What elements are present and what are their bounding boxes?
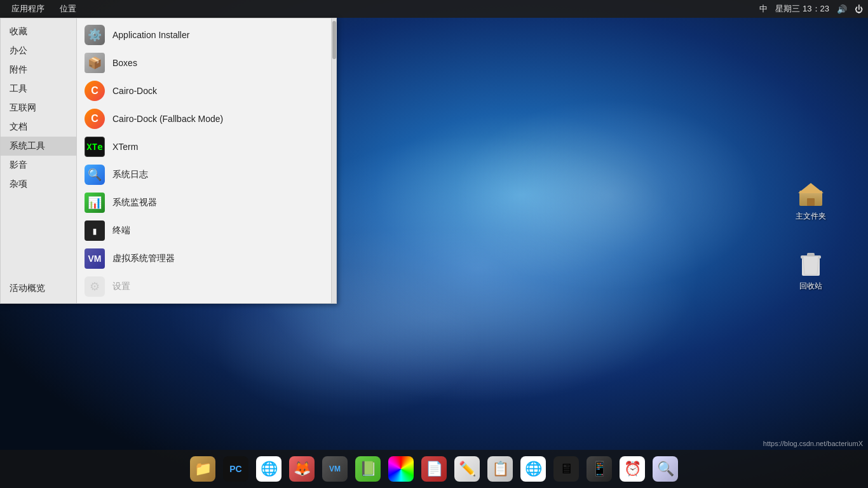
menu-item-label-app-installer: Application Installer — [112, 30, 189, 40]
places-menu-button[interactable]: 位置 — [53, 2, 83, 16]
power-icon[interactable]: ⏻ — [855, 4, 863, 14]
dock-item-search[interactable]: 🔍 — [650, 454, 681, 484]
menu-category-files[interactable]: 文档 — [1, 118, 76, 137]
desktop-icon-img-home-folder — [796, 178, 826, 208]
menu-item-settings[interactable]: ⚙设置 — [77, 273, 331, 301]
cairo-icon: C — [85, 109, 105, 129]
desktop-icon-trash[interactable]: 回收站 — [785, 248, 836, 292]
menu-item-cairo-dock-fb[interactable]: CCairo-Dock (Fallback Mode) — [77, 105, 331, 133]
desktop-icon-label-trash: 回收站 — [799, 281, 822, 292]
menu-category-office[interactable]: 办公 — [1, 41, 76, 60]
dock-icon-colorful — [388, 456, 414, 482]
log-icon: 🔍 — [85, 165, 105, 185]
dock-item-vmware[interactable]: VM — [320, 454, 350, 484]
menu-item-label-syslog: 系统日志 — [112, 169, 148, 180]
menu-item-label-boxes: Boxes — [112, 58, 137, 68]
dock-item-colorful[interactable] — [386, 454, 416, 484]
menu-item-virt-manager[interactable]: VM虚拟系统管理器 — [77, 245, 331, 273]
dock-icon-clock: ⏰ — [620, 456, 645, 482]
dock-icon-chrome: 🌐 — [256, 456, 281, 482]
dock-icon-text: ✏️ — [454, 456, 480, 482]
menu-category-internet[interactable]: 互联网 — [1, 98, 76, 118]
menu-sidebar: 收藏办公附件工具互联网文档系统工具影音杂项活动概览 — [1, 18, 77, 303]
taskbar: 📁PC🌐🦊VM📗📄✏️📋🌐🖥📱⏰🔍 — [0, 450, 868, 488]
bottom-url: https://blog.csdn.net/bacteriumX — [763, 440, 863, 447]
dock-item-files[interactable]: 📁 — [187, 454, 218, 484]
dock-item-pycharm[interactable]: PC — [220, 454, 251, 484]
dock-item-text[interactable]: ✏️ — [452, 454, 482, 484]
menu-item-label-terminal: 终端 — [112, 225, 130, 236]
menu-item-label-cairo-dock-fb: Cairo-Dock (Fallback Mode) — [112, 114, 223, 124]
menu-item-terminal[interactable]: ▮终端 — [77, 217, 331, 245]
svg-rect-3 — [807, 198, 815, 206]
dock-icon-phone: 📱 — [587, 456, 612, 482]
menu-category-media[interactable]: 影音 — [1, 156, 76, 175]
menu-item-label-settings: 设置 — [112, 281, 130, 292]
menu-item-label-sysmonitor: 系统监视器 — [112, 197, 157, 208]
dock-icon-screen: 🖥 — [553, 456, 579, 482]
menu-category-system[interactable]: 系统工具 — [1, 137, 76, 156]
dock-icon-search: 🔍 — [653, 456, 678, 482]
dock-icon-vmware: VM — [322, 456, 348, 482]
menu-category-tools[interactable]: 工具 — [1, 79, 76, 98]
dock-item-screen[interactable]: 🖥 — [551, 454, 581, 484]
cairo-icon: C — [85, 81, 105, 101]
menu-item-app-installer[interactable]: ⚙️Application Installer — [77, 21, 331, 49]
menu-activity[interactable]: 活动概览 — [1, 278, 76, 299]
dock-icon-pdf: 📄 — [421, 456, 447, 482]
top-left: 应用程序 位置 — [5, 2, 83, 16]
input-method-indicator[interactable]: 中 — [759, 3, 768, 15]
menu-item-boxes[interactable]: 📦Boxes — [77, 49, 331, 77]
menu-item-syslog[interactable]: 🔍系统日志 — [77, 161, 331, 189]
scrollbar-thumb[interactable] — [332, 21, 336, 59]
dock-item-clock[interactable]: ⏰ — [617, 454, 648, 484]
dock-icon-firefox: 🦊 — [289, 456, 315, 482]
menu-category-favorites[interactable]: 收藏 — [1, 22, 76, 41]
dock-item-books[interactable]: 📗 — [353, 454, 383, 484]
xterm-icon: XTe — [85, 137, 105, 157]
monitor-icon: 📊 — [85, 193, 105, 213]
menu-category-accessories[interactable]: 附件 — [1, 60, 76, 79]
svg-rect-9 — [807, 253, 815, 256]
dock-item-clipboard[interactable]: 📋 — [485, 454, 515, 484]
terminal-icon: ▮ — [85, 220, 105, 241]
application-menu: 收藏办公附件工具互联网文档系统工具影音杂项活动概览 ⚙️Application … — [0, 18, 337, 304]
menu-item-sysmonitor[interactable]: 📊系统监视器 — [77, 189, 331, 217]
desktop-icon-img-trash — [796, 248, 826, 278]
boxes-icon: 📦 — [85, 53, 105, 73]
dock-item-chrome2[interactable]: 🌐 — [518, 454, 548, 484]
dock-item-phone[interactable]: 📱 — [584, 454, 614, 484]
menu-scrollbar[interactable] — [331, 18, 336, 303]
top-right-panel: 中 星期三 13：23 🔊 ⏻ — [759, 3, 863, 15]
menu-item-label-cairo-dock: Cairo-Dock — [112, 86, 157, 96]
svg-marker-2 — [798, 183, 824, 193]
dock-icon-files: 📁 — [190, 456, 215, 482]
menu-item-label-xterm: XTerm — [112, 142, 138, 152]
menu-category-misc[interactable]: 杂项 — [1, 175, 76, 194]
menu-item-xterm[interactable]: XTeXTerm — [77, 133, 331, 161]
menu-content: ⚙️Application Installer📦BoxesCCairo-Dock… — [77, 18, 331, 303]
dock-icon-books: 📗 — [355, 456, 381, 482]
dock-item-pdf[interactable]: 📄 — [419, 454, 449, 484]
datetime-display[interactable]: 星期三 13：23 — [775, 3, 829, 15]
dock-item-firefox[interactable]: 🦊 — [287, 454, 317, 484]
app-menu-button[interactable]: 应用程序 — [5, 2, 51, 16]
desktop-icon-label-home-folder: 主文件夹 — [796, 211, 826, 222]
virt-icon: VM — [85, 248, 105, 269]
dock-item-chrome[interactable]: 🌐 — [254, 454, 284, 484]
dock-icon-clipboard: 📋 — [487, 456, 513, 482]
settings-icon: ⚙ — [85, 276, 105, 297]
desktop-icon-home-folder[interactable]: 主文件夹 — [785, 178, 836, 222]
menu-item-cairo-dock[interactable]: CCairo-Dock — [77, 77, 331, 105]
gear-icon: ⚙️ — [85, 25, 105, 45]
dock-icon-chrome2: 🌐 — [520, 456, 546, 482]
menu-item-label-virt-manager: 虚拟系统管理器 — [112, 253, 175, 264]
top-panel: 应用程序 位置 中 星期三 13：23 🔊 ⏻ — [0, 0, 868, 18]
dock-icon-pycharm: PC — [223, 456, 248, 482]
volume-icon[interactable]: 🔊 — [837, 4, 847, 14]
